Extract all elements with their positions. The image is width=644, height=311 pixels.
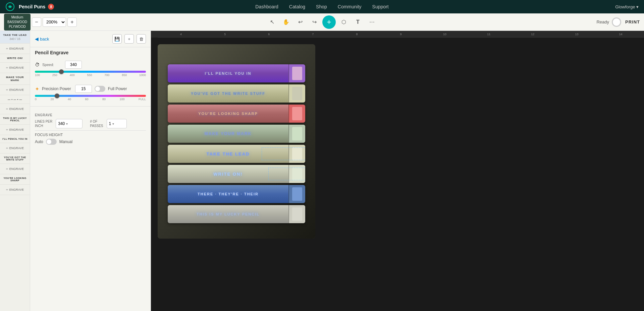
- power-slider-track[interactable]: [35, 95, 146, 97]
- divider-1: [30, 106, 151, 107]
- pencil-eraser-2: [288, 84, 305, 103]
- status-text: Ready: [596, 19, 609, 24]
- engrave-item-6[interactable]: ✏ ENGRAVE: [0, 143, 30, 153]
- pencil-row-8[interactable]: THIS IS MY LUCKY PENCIL: [168, 205, 305, 223]
- pencil-row-7[interactable]: THERE · THEY'RE · THEIR: [168, 185, 305, 203]
- redo-button[interactable]: ↪: [308, 16, 320, 28]
- precision-power-row: ✦ Precision Power Full Power: [35, 85, 146, 93]
- engrave-label-3: ✏ ENGRAVE: [6, 87, 24, 92]
- pencil-row-1[interactable]: I'LL PENCIL YOU IN: [168, 64, 305, 82]
- add-shape-button[interactable]: +: [322, 15, 336, 29]
- layer-item-dashes[interactable]: — • — • —: [0, 95, 30, 104]
- layer-item-looking-sharp[interactable]: YOU'RE LOOKING SHARP: [0, 174, 30, 185]
- nav-support[interactable]: Support: [372, 4, 389, 9]
- pencil-row-5[interactable]: TAKE THE LEAD: [168, 145, 305, 163]
- eraser-tip-4: [292, 127, 302, 140]
- speed-slider-thumb[interactable]: [59, 69, 64, 74]
- pencil-body-4: MAKE YOUR MARK: [168, 125, 288, 143]
- engrave-item-2[interactable]: ✏ ENGRAVE: [0, 63, 30, 73]
- pencil-eraser-8: [288, 205, 305, 223]
- focus-mode-toggle[interactable]: [46, 139, 57, 145]
- layer-item-lucky-pencil[interactable]: THIS IS MY LUCKY PENCIL: [0, 114, 30, 125]
- settings-actions: 💾 + 🗑: [112, 34, 146, 44]
- engrave-label-8: ✏ ENGRAVE: [6, 187, 24, 192]
- layer-item-write-stuff[interactable]: YOU'VE GOT THE WRITE STUFF: [0, 153, 30, 164]
- engrave-item-3[interactable]: ✏ ENGRAVE: [0, 85, 30, 95]
- back-link[interactable]: ◀ back: [35, 36, 49, 42]
- status-circle: [612, 17, 621, 27]
- material-selector[interactable]: Medium BASSWOOD PLYWOOD: [4, 14, 31, 30]
- pencil-row-4[interactable]: MAKE YOUR MARK: [168, 125, 305, 143]
- pencil-body-5: TAKE THE LEAD: [168, 145, 288, 163]
- add-settings-button[interactable]: +: [124, 34, 134, 44]
- engrave-item-7[interactable]: ✏ ENGRAVE: [0, 164, 30, 174]
- pencil-icon-1: ✏: [6, 47, 8, 50]
- text-tool-button[interactable]: T: [352, 16, 364, 28]
- svg-point-1: [9, 6, 11, 8]
- settings-title: Pencil Engrave: [30, 47, 151, 58]
- layer-item-write-on[interactable]: WRITE ON!: [0, 54, 30, 63]
- save-settings-button[interactable]: 💾: [112, 34, 122, 44]
- pan-icon: ✋: [283, 19, 289, 25]
- nav-shop[interactable]: Shop: [316, 4, 327, 9]
- zoom-select[interactable]: 200% 100% 150%: [43, 17, 66, 27]
- status-ready: Ready: [596, 17, 621, 27]
- pencil-body-7: THERE · THEY'RE · THEIR: [168, 185, 288, 203]
- layer-item-make-your-mark[interactable]: MAKE YOUR MARK: [0, 73, 30, 85]
- lines-per-inch-row: LINES PERINCH 340 ▾ # OFPASSES 1 ▾: [35, 119, 146, 128]
- precision-power-input[interactable]: [75, 85, 92, 93]
- engrave-item-8[interactable]: ✏ ENGRAVE: [0, 185, 30, 195]
- speed-section: ⏱ Speed: 100 250 400 550 700 850 1000: [30, 58, 151, 80]
- precision-power-label: Precision Power: [42, 86, 71, 91]
- engrave-item-1[interactable]: ✏ ENGRAVE: [0, 44, 30, 54]
- passes-select[interactable]: 1 ▾: [107, 119, 127, 128]
- pencil-text-7: THERE · THEY'RE · THEIR: [198, 192, 259, 196]
- ruler-top: 4 5 6 7 8 9 10 11 12 13 14: [151, 31, 644, 38]
- pencil-eraser-6: [288, 165, 305, 183]
- canvas-content: I'LL PENCIL YOU IN YOU'VE GOT THE WRITE …: [151, 38, 644, 311]
- work-area[interactable]: I'LL PENCIL YOU IN YOU'VE GOT THE WRITE …: [158, 44, 315, 239]
- pencil-row-2[interactable]: YOU'VE GOT THE WRITE STUFF: [168, 84, 305, 103]
- zoom-out-button[interactable]: −: [32, 17, 41, 27]
- pencil-text-5: TAKE THE LEAD: [206, 151, 250, 157]
- pencils-container: I'LL PENCIL YOU IN YOU'VE GOT THE WRITE …: [168, 64, 305, 223]
- focus-height-row: FOCUS HEIGHT: [35, 133, 146, 137]
- engrave-label-7: ✏ ENGRAVE: [6, 167, 24, 171]
- nav-right: Glowforge ▾: [615, 4, 639, 9]
- speed-slider-track[interactable]: [35, 71, 146, 73]
- pencil-row-6[interactable]: WRITE ON!: [168, 165, 305, 183]
- nav-catalog[interactable]: Catalog: [289, 4, 305, 9]
- nav-community[interactable]: Community: [338, 4, 362, 9]
- pencil-eraser-3: [288, 105, 305, 123]
- stamp-tool-button[interactable]: ⬡: [338, 16, 350, 28]
- layer-item-take-the-lead[interactable]: TAKE THE LEAD 340 / 15: [0, 31, 30, 44]
- engrave-label-6: ✏ ENGRAVE: [6, 146, 24, 150]
- layer-item-pencil-you-in[interactable]: I'LL PENCIL YOU IN: [0, 135, 30, 143]
- pencil-eraser-1: [288, 64, 305, 82]
- lines-per-inch-select[interactable]: 340 ▾: [56, 119, 83, 128]
- undo-button[interactable]: ↩: [294, 16, 306, 28]
- print-button[interactable]: PRINT: [625, 19, 640, 24]
- speed-input[interactable]: [65, 61, 82, 69]
- more-icon: ⋯: [369, 19, 375, 25]
- zoom-in-button[interactable]: +: [67, 17, 77, 27]
- text-icon: T: [356, 19, 360, 25]
- power-slider-thumb[interactable]: [55, 94, 59, 98]
- layer-label-6: I'LL PENCIL YOU IN: [2, 138, 27, 140]
- pencil-icon-4: ✏: [6, 108, 8, 111]
- layer-label-4: — • — • —: [8, 98, 22, 101]
- ruler-numbers: 4 5 6 7 8 9 10 11 12 13 14: [158, 33, 644, 36]
- layer-label-5: THIS IS MY LUCKY PENCIL: [2, 117, 28, 122]
- pencil-row-3[interactable]: YOU'RE LOOKING SHARP: [168, 105, 305, 123]
- select-tool-button[interactable]: ↖: [266, 16, 278, 28]
- nav-dashboard[interactable]: Dashboard: [255, 4, 278, 9]
- pan-tool-button[interactable]: ✋: [280, 16, 292, 28]
- engrave-item-5[interactable]: ✏ ENGRAVE: [0, 125, 30, 135]
- more-tools-button[interactable]: ⋯: [366, 16, 378, 28]
- power-slider-container: 0 20 40 60 80 100 FULL: [35, 95, 146, 101]
- engrave-item-4[interactable]: ✏ ENGRAVE: [0, 104, 30, 114]
- user-menu[interactable]: Glowforge ▾: [615, 4, 639, 9]
- full-power-toggle[interactable]: [95, 86, 105, 92]
- settings-panel: ◀ back 💾 + 🗑 Pencil Engrave ⏱ Speed:: [30, 31, 151, 311]
- delete-settings-button[interactable]: 🗑: [137, 34, 146, 44]
